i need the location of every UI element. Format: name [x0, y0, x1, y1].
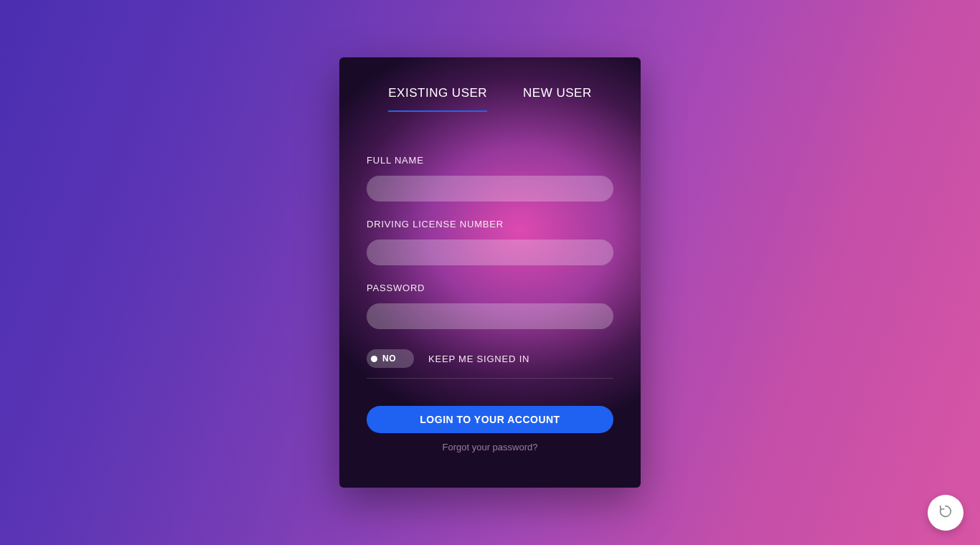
- toggle-dot-icon: [371, 356, 377, 362]
- fullname-label: FULL NAME: [367, 155, 613, 166]
- help-fab[interactable]: [928, 495, 963, 531]
- login-button[interactable]: LOGIN TO YOUR ACCOUNT: [367, 406, 613, 433]
- form-group-fullname: FULL NAME: [367, 155, 613, 202]
- login-card: EXISTING USER NEW USER FULL NAME DRIVING…: [339, 57, 641, 488]
- form-group-license: DRIVING LICENSE NUMBER: [367, 219, 613, 265]
- license-label: DRIVING LICENSE NUMBER: [367, 219, 613, 229]
- keep-signed-in-label: KEEP ME SIGNED IN: [428, 354, 529, 364]
- fullname-input[interactable]: [367, 176, 613, 202]
- password-input[interactable]: [367, 303, 613, 329]
- keep-signed-in-row: NO KEEP ME SIGNED IN: [367, 349, 613, 379]
- tab-new-user[interactable]: NEW USER: [523, 86, 592, 112]
- forgot-password-link[interactable]: Forgot your password?: [367, 442, 613, 452]
- form-group-password: PASSWORD: [367, 283, 613, 329]
- keep-signed-in-toggle[interactable]: NO: [367, 349, 414, 368]
- license-input[interactable]: [367, 240, 613, 265]
- refresh-icon: [938, 503, 953, 522]
- toggle-state-text: NO: [382, 354, 396, 364]
- tab-existing-user[interactable]: EXISTING USER: [388, 86, 487, 112]
- password-label: PASSWORD: [367, 283, 613, 293]
- tabs: EXISTING USER NEW USER: [367, 86, 613, 112]
